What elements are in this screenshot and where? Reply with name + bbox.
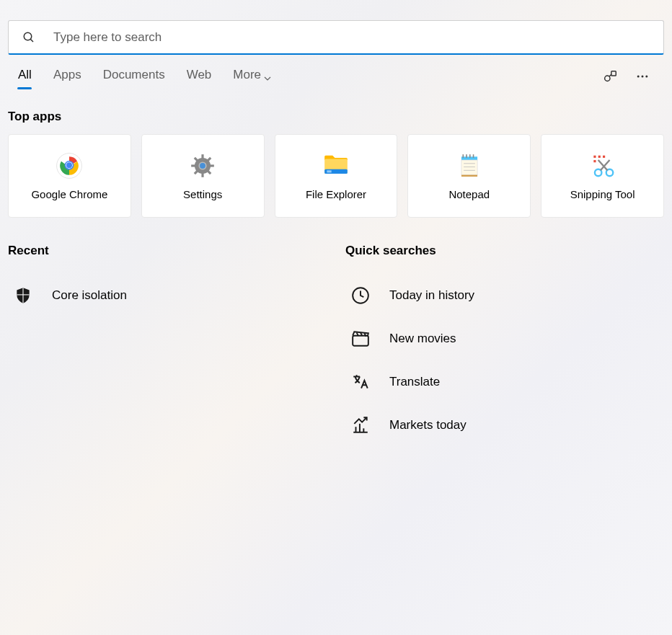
svg-rect-38 (603, 155, 605, 157)
svg-point-6 (642, 76, 644, 78)
quick-search-markets-today[interactable]: Markets today (337, 404, 672, 447)
svg-rect-28 (466, 154, 467, 158)
svg-rect-35 (461, 174, 477, 176)
quick-search-today-in-history[interactable]: Today in history (337, 274, 672, 317)
app-card-file-explorer[interactable]: File Explorer (275, 134, 398, 218)
svg-rect-3 (611, 71, 616, 76)
svg-rect-29 (469, 154, 471, 158)
quick-search-translate[interactable]: Translate (337, 360, 672, 404)
svg-point-0 (24, 32, 32, 40)
chrome-icon (56, 152, 83, 179)
app-card-settings[interactable]: Settings (141, 134, 265, 218)
recent-title: Recent (8, 244, 337, 258)
quick-search-label: Today in history (389, 288, 474, 303)
search-input[interactable] (8, 20, 664, 55)
quick-searches-title: Quick searches (345, 244, 672, 258)
app-label: Settings (183, 188, 222, 200)
folder-icon (322, 152, 350, 179)
app-label: File Explorer (306, 188, 366, 200)
recent-item-label: Core isolation (52, 288, 127, 303)
svg-rect-30 (473, 154, 474, 158)
svg-rect-27 (462, 154, 464, 158)
app-card-notepad[interactable]: Notepad (407, 134, 531, 218)
top-apps-row: Google Chrome Settings (0, 134, 672, 218)
tab-more[interactable]: More (233, 68, 271, 88)
svg-point-2 (605, 76, 610, 81)
search-icon (22, 31, 35, 44)
svg-line-1 (30, 39, 33, 42)
svg-point-11 (66, 162, 72, 168)
svg-rect-16 (210, 164, 214, 166)
chart-up-icon (350, 415, 371, 435)
translate-icon (350, 372, 371, 392)
tabs-row: All Apps Documents Web More (0, 55, 672, 88)
svg-rect-47 (353, 336, 368, 346)
svg-rect-14 (202, 172, 204, 177)
svg-point-5 (637, 76, 640, 78)
search-container (8, 20, 664, 55)
tabs-actions (602, 68, 664, 87)
notepad-icon (456, 152, 483, 179)
quick-search-label: Translate (389, 375, 440, 389)
tab-more-label: More (233, 68, 261, 82)
svg-rect-36 (593, 155, 596, 157)
tab-web[interactable]: Web (187, 68, 212, 88)
tab-all[interactable]: All (18, 68, 32, 88)
app-card-google-chrome[interactable]: Google Chrome (8, 134, 131, 218)
quick-search-label: New movies (389, 332, 456, 346)
app-card-snipping-tool[interactable]: Snipping Tool (541, 134, 664, 218)
recent-item-core-isolation[interactable]: Core isolation (0, 274, 337, 317)
scissors-icon (589, 152, 616, 179)
svg-rect-37 (598, 155, 600, 157)
svg-rect-15 (191, 164, 195, 166)
gear-icon (189, 152, 216, 179)
tab-apps[interactable]: Apps (53, 68, 81, 88)
app-label: Google Chrome (31, 188, 107, 200)
svg-point-7 (645, 76, 647, 78)
top-apps-title: Top apps (8, 110, 672, 124)
svg-rect-25 (327, 170, 331, 172)
clapperboard-icon (350, 329, 371, 349)
svg-rect-39 (593, 160, 596, 162)
more-options-icon[interactable] (635, 69, 650, 86)
svg-line-4 (609, 74, 611, 76)
chevron-down-icon (264, 71, 271, 79)
tab-documents[interactable]: Documents (103, 68, 165, 88)
svg-point-22 (200, 163, 205, 169)
svg-rect-31 (461, 160, 477, 175)
quick-search-new-movies[interactable]: New movies (337, 317, 672, 360)
quick-search-label: Markets today (389, 418, 467, 432)
related-search-icon[interactable] (602, 68, 618, 87)
shield-icon (13, 285, 33, 306)
app-label: Notepad (448, 188, 490, 200)
svg-rect-13 (202, 154, 204, 159)
app-label: Snipping Tool (570, 188, 635, 200)
clock-icon (350, 285, 371, 306)
